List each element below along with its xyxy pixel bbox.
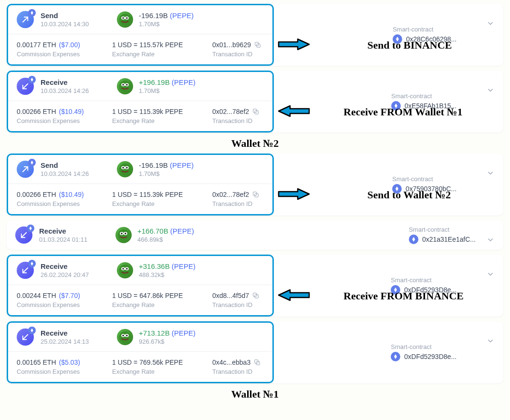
svg-point-4 [126, 17, 127, 19]
transaction-card: Receive10.03.2024 14:26+196.19B (PEPE)1.… [7, 71, 274, 133]
commission-label: Commission Expenses [17, 301, 98, 308]
commission-label: Commission Expenses [17, 117, 98, 124]
transaction-details: 0.00244 ETH ($7.70)Commission Expenses1 … [8, 285, 272, 315]
exchange-rate-label: Exchange Rate [112, 301, 198, 308]
txid-label: Transaction ID [212, 117, 289, 124]
send-icon [17, 161, 34, 178]
transaction-amount-usd: 488.32k$ [139, 271, 196, 278]
expand-button[interactable] [486, 86, 495, 96]
ticker-link[interactable]: (PEPE) [170, 161, 194, 169]
expand-button[interactable] [486, 337, 495, 347]
transaction-details: 0.00266 ETH ($10.49)Commission Expenses1… [8, 101, 272, 131]
svg-point-0 [119, 14, 131, 26]
ticker-link[interactable]: (PEPE) [170, 11, 194, 20]
exchange-rate-label: Exchange Rate [112, 117, 198, 124]
copy-icon[interactable] [252, 292, 260, 299]
smart-contract-label: Smart-contract [392, 175, 457, 183]
commission-label: Commission Expenses [17, 368, 98, 375]
svg-point-14 [119, 164, 131, 175]
wallet-section-label: Wallet №1 [0, 388, 510, 400]
copy-icon[interactable] [252, 191, 260, 198]
transaction-row: Receive25.02.2024 14:13+713.12B (PEPE)92… [7, 321, 503, 383]
transaction-amount-usd: 1.70M$ [139, 87, 196, 94]
ticker-link[interactable]: (PEPE) [170, 227, 194, 235]
transaction-header: Receive25.02.2024 14:13+713.12B (PEPE)92… [8, 323, 272, 352]
ethereum-icon [391, 352, 400, 361]
copy-icon[interactable] [252, 108, 260, 115]
exchange-rate-value: 1 USD = 647.86k PEPE [112, 292, 198, 299]
svg-point-7 [119, 81, 131, 92]
txid-value: 0x01...b9629 [212, 41, 251, 49]
exchange-rate-label: Exchange Rate [112, 200, 198, 207]
transaction-details: 0.00266 ETH ($10.49)Commission Expenses1… [8, 184, 272, 214]
txid-value: 0xd8...4f5d7 [212, 292, 249, 299]
transaction-amount-usd: 926.67k$ [139, 338, 196, 345]
receive-icon [17, 78, 34, 95]
transaction-type: Receive [41, 329, 117, 337]
transaction-row: Receive10.03.2024 14:26+196.19B (PEPE)1.… [7, 71, 503, 133]
ethereum-badge-icon [27, 225, 34, 232]
transaction-type: Send [41, 161, 117, 169]
txid-label: Transaction ID [212, 301, 289, 308]
transaction-details: 0.00165 ETH ($5.03)Commission Expenses1 … [8, 352, 272, 382]
expand-button[interactable] [486, 236, 495, 246]
txid-value: 0x02...78ef2 [212, 191, 249, 198]
transaction-header: Receive01.03.2024 01:11+166.70B (PEPE)46… [7, 220, 503, 250]
ethereum-badge-icon [28, 327, 36, 334]
ethereum-badge-icon [28, 76, 36, 83]
transaction-header: Send10.03.2024 14:26-196.19B (PEPE)1.70M… [8, 155, 272, 184]
transaction-details: 0.00177 ETH ($7.00)Commission Expenses1 … [8, 34, 272, 64]
transaction-type: Receive [41, 78, 117, 86]
copy-icon[interactable] [254, 41, 261, 49]
transaction-header: Receive10.03.2024 14:26+196.19B (PEPE)1.… [8, 72, 272, 101]
ticker-link[interactable]: (PEPE) [172, 262, 196, 270]
svg-point-37 [126, 335, 127, 336]
pepe-coin-icon [117, 262, 133, 278]
commission-usd: ($7.70) [59, 292, 80, 299]
transaction-row: Receive26.02.2024 20:47+316.36B (PEPE)48… [7, 255, 503, 317]
exchange-rate-label: Exchange Rate [112, 51, 198, 58]
ticker-link[interactable]: (PEPE) [172, 329, 196, 337]
txid-value: 0x02...78ef2 [212, 108, 249, 115]
transaction-amount: +166.70B [137, 227, 168, 235]
exchange-rate-label: Exchange Rate [112, 368, 198, 375]
ethereum-badge-icon [28, 9, 36, 17]
expand-button[interactable] [486, 270, 495, 280]
transaction-card: Send10.03.2024 14:26-196.19B (PEPE)1.70M… [7, 154, 274, 215]
svg-point-17 [122, 167, 124, 168]
txid-label: Transaction ID [212, 51, 289, 58]
annotation-label: Receive FROM BINANCE [343, 290, 464, 302]
commission-value: 0.00165 ETH [17, 359, 56, 366]
ticker-link[interactable]: (PEPE) [172, 78, 196, 86]
svg-point-29 [122, 268, 124, 269]
commission-value: 0.00266 ETH [17, 108, 56, 115]
txid-label: Transaction ID [212, 368, 289, 375]
svg-point-10 [122, 84, 124, 85]
transaction-date: 10.03.2024 14:30 [41, 20, 117, 28]
transaction-type: Receive [41, 262, 117, 270]
svg-point-30 [126, 268, 127, 269]
smart-contract-label: Smart-contract [391, 343, 457, 350]
smart-contract-address[interactable]: 0x21a31Ee1afC... [422, 236, 476, 243]
ethereum-badge-icon [28, 159, 36, 166]
expand-button[interactable] [486, 169, 495, 179]
transaction-date: 01.03.2024 01:11 [39, 236, 115, 243]
txid-value: 0x4c...ebba3 [212, 359, 250, 366]
smart-contract-label: Smart-contract [391, 277, 457, 284]
exchange-rate-value: 1 USD = 769.56k PEPE [112, 359, 198, 366]
pepe-coin-icon [115, 227, 132, 243]
pepe-coin-icon [117, 11, 133, 28]
ethereum-badge-icon [28, 260, 36, 267]
commission-value: 0.00177 ETH [17, 41, 56, 49]
exchange-rate-value: 1 USD = 115.39k PEPE [112, 191, 198, 198]
smart-contract-label: Smart-contract [409, 226, 476, 233]
transaction-amount: -196.19B [139, 161, 168, 169]
transaction-type: Receive [39, 227, 115, 235]
transaction-row: Send10.03.2024 14:26-196.19B (PEPE)1.70M… [7, 154, 503, 215]
smart-contract-address[interactable]: 0xDFd5293D8e... [404, 353, 457, 360]
copy-icon[interactable] [253, 359, 261, 366]
expand-button[interactable] [486, 19, 495, 30]
svg-point-11 [126, 84, 127, 85]
smart-contract-block: Smart-contract0xDFd5293D8e... [391, 343, 457, 361]
transaction-card: Receive25.02.2024 14:13+713.12B (PEPE)92… [7, 321, 274, 383]
